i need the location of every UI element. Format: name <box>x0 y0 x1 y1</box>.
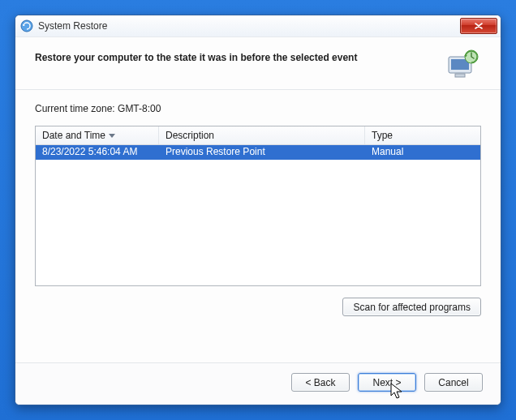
restore-illustration-icon <box>444 49 481 81</box>
system-restore-icon <box>20 19 33 32</box>
column-header-datetime[interactable]: Date and Time <box>36 126 159 144</box>
next-button[interactable]: Next > <box>358 373 416 392</box>
cell-description: Previous Restore Point <box>159 145 365 160</box>
restore-points-table[interactable]: Date and Time Description Type 8/23/2022… <box>35 126 481 286</box>
close-button[interactable] <box>460 18 497 34</box>
wizard-footer: < Back Next > Cancel <box>15 362 501 405</box>
table-row[interactable]: 8/23/2022 5:46:04 AM Previous Restore Po… <box>36 145 480 160</box>
sort-indicator-icon <box>109 134 115 138</box>
scan-row: Scan for affected programs <box>35 298 481 316</box>
column-header-description[interactable]: Description <box>159 126 365 144</box>
close-icon <box>475 23 483 29</box>
titlebar: System Restore <box>15 15 501 37</box>
wizard-body: Current time zone: GMT-8:00 Date and Tim… <box>15 90 501 362</box>
cell-type: Manual <box>365 145 480 160</box>
svg-point-0 <box>21 20 32 32</box>
system-restore-window: System Restore Restore your computer to … <box>15 15 501 405</box>
timezone-label: Current time zone: GMT-8:00 <box>35 103 481 114</box>
column-header-description-label: Description <box>166 130 214 141</box>
window-title: System Restore <box>38 20 107 32</box>
column-header-type[interactable]: Type <box>365 126 480 144</box>
table-header-row: Date and Time Description Type <box>36 126 480 145</box>
cancel-button[interactable]: Cancel <box>424 373 483 392</box>
page-heading: Restore your computer to the state it wa… <box>35 49 357 63</box>
table-body: 8/23/2022 5:46:04 AM Previous Restore Po… <box>36 145 480 285</box>
column-header-type-label: Type <box>372 130 393 141</box>
desktop-background: System Restore Restore your computer to … <box>0 0 516 420</box>
cell-datetime: 8/23/2022 5:46:04 AM <box>36 145 159 160</box>
back-button[interactable]: < Back <box>291 373 350 392</box>
wizard-header: Restore your computer to the state it wa… <box>15 37 501 90</box>
scan-affected-programs-button[interactable]: Scan for affected programs <box>342 298 481 316</box>
svg-rect-3 <box>455 74 465 77</box>
column-header-datetime-label: Date and Time <box>42 130 105 141</box>
